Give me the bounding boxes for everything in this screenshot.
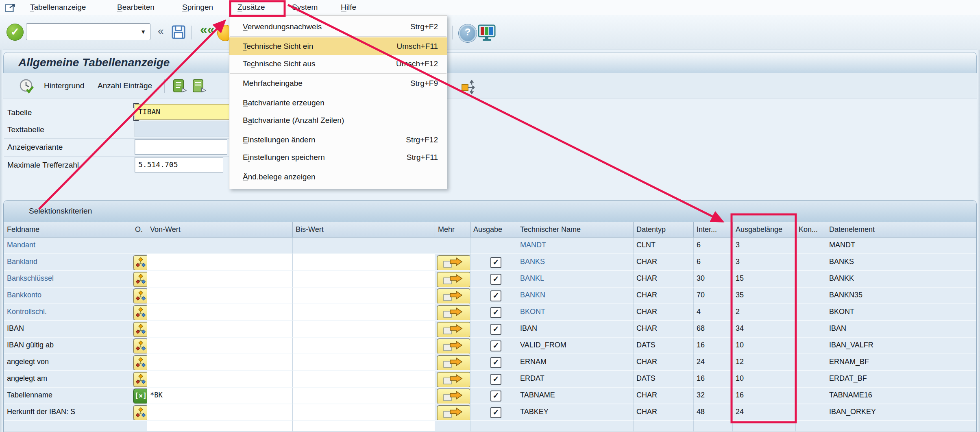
cell-von-wert[interactable] — [147, 304, 293, 321]
help-icon[interactable]: ? — [459, 24, 477, 42]
selection-options-icon[interactable] — [133, 406, 147, 420]
cell-option[interactable] — [132, 354, 147, 371]
hintergrund-button[interactable]: Hintergrund — [44, 73, 84, 98]
menu-item-mehrfacheingabe[interactable]: MehrfacheingabeStrg+F9 — [229, 74, 447, 92]
column-header-ausgabelänge[interactable]: Ausgabelänge — [733, 222, 796, 237]
cell-mehr[interactable] — [435, 271, 470, 288]
cell-ausgabe[interactable]: ✓ — [470, 304, 517, 321]
column-header-ausgabe[interactable]: Ausgabe — [470, 222, 517, 237]
column-header-von-wert[interactable]: Von-Wert — [147, 222, 293, 237]
ausgabe-checkbox[interactable]: ✓ — [490, 340, 501, 351]
menu-item-einstellungen-speichern[interactable]: Einstellungen speichernStrg+F11 — [229, 148, 447, 166]
mehr-button[interactable] — [437, 339, 470, 354]
ausgabe-checkbox[interactable]: ✓ — [490, 274, 501, 285]
cell-mehr[interactable] — [435, 404, 470, 421]
command-field[interactable]: ▼ — [26, 23, 150, 40]
cell-option[interactable] — [132, 288, 147, 304]
cell-bis-wert[interactable] — [293, 388, 435, 404]
selection-options-icon[interactable] — [133, 289, 147, 303]
control-menu-icon[interactable] — [5, 3, 16, 12]
cell-bis-wert[interactable] — [293, 421, 435, 432]
cell-bis-wert[interactable] — [293, 338, 435, 354]
cell-option[interactable] — [132, 321, 147, 338]
menu-item-technische-sicht-ein[interactable]: Technische Sicht einUmsch+F11 — [229, 37, 447, 55]
cell-mehr[interactable] — [435, 354, 470, 371]
selection-active-icon[interactable]: [×] — [133, 389, 147, 404]
column-header-kon-[interactable]: Kon... — [796, 222, 826, 237]
mehr-button[interactable] — [437, 372, 470, 387]
column-header-datentyp[interactable]: Datentyp — [634, 222, 694, 237]
select-all-icon[interactable] — [172, 79, 188, 94]
cell-mehr[interactable] — [435, 371, 470, 388]
ausgabe-checkbox[interactable]: ✓ — [490, 307, 501, 318]
cell-ausgabe[interactable]: ✓ — [470, 404, 517, 421]
cell-mehr[interactable] — [435, 288, 470, 304]
column-header-technischer-name[interactable]: Technischer Name — [517, 222, 634, 237]
menubar-item-zus-tze[interactable]: Zusätze — [237, 0, 265, 15]
menu-item-änd-belege-anzeigen[interactable]: Änd.belege anzeigen — [229, 168, 447, 185]
chevron-down-icon[interactable]: ▼ — [140, 28, 146, 35]
ausgabe-checkbox[interactable]: ✓ — [490, 407, 501, 418]
cell-mehr[interactable] — [435, 338, 470, 354]
cell-von-wert[interactable] — [147, 421, 293, 432]
cell-ausgabe[interactable]: ✓ — [470, 254, 517, 271]
field-selection-icon[interactable] — [460, 79, 478, 94]
selection-options-icon[interactable] — [133, 272, 147, 287]
cell-option[interactable] — [132, 404, 147, 421]
deselect-all-icon[interactable] — [192, 79, 207, 94]
cell-von-wert[interactable] — [147, 254, 293, 271]
selection-options-icon[interactable] — [133, 305, 147, 320]
mehr-button[interactable] — [437, 389, 470, 404]
menubar-item-springen[interactable]: Springen — [182, 0, 213, 15]
ausgabe-checkbox[interactable]: ✓ — [490, 257, 501, 268]
enter-icon[interactable]: ✓ — [7, 24, 24, 41]
menu-item-einstellungen-ändern[interactable]: Einstellungen ändernStrg+F12 — [229, 131, 447, 148]
mehr-button[interactable] — [437, 356, 470, 371]
ausgabe-checkbox[interactable]: ✓ — [490, 374, 501, 385]
mehr-button[interactable] — [437, 272, 470, 287]
column-header-bis-wert[interactable]: Bis-Wert — [293, 222, 435, 237]
mehr-button[interactable] — [437, 305, 470, 321]
ausgabe-checkbox[interactable]: ✓ — [490, 290, 501, 301]
cell-von-wert[interactable] — [147, 321, 293, 338]
cell-ausgabe[interactable]: ✓ — [470, 321, 517, 338]
cell-bis-wert[interactable] — [293, 371, 435, 388]
cell-option[interactable]: [×] — [132, 388, 147, 404]
execute-icon[interactable] — [19, 78, 35, 94]
selection-options-icon[interactable] — [133, 322, 147, 337]
ausgabe-checkbox[interactable]: ✓ — [490, 357, 501, 368]
selection-options-icon[interactable] — [133, 339, 147, 353]
cell-von-wert[interactable] — [147, 288, 293, 304]
menu-item-verwendungsnachweis[interactable]: VerwendungsnachweisStrg+F2 — [229, 18, 447, 35]
cell-mehr[interactable] — [435, 388, 470, 404]
cell-bis-wert[interactable] — [293, 271, 435, 288]
menubar-item-tabellenanzeige[interactable]: Tabellenanzeige — [30, 0, 86, 15]
cell-von-wert[interactable] — [147, 338, 293, 354]
cell-ausgabe[interactable]: ✓ — [470, 371, 517, 388]
menu-item-technische-sicht-aus[interactable]: Technische Sicht ausUmsch+F12 — [229, 55, 447, 72]
menu-item-batchvariante-anzahl-zeilen-[interactable]: Batchvariante (Anzahl Zeilen) — [229, 111, 447, 129]
cell-ausgabe[interactable]: ✓ — [470, 338, 517, 354]
save-icon[interactable] — [171, 24, 186, 40]
cell-von-wert[interactable] — [147, 354, 293, 371]
mehr-button[interactable] — [437, 289, 470, 304]
anzeigevariante-input[interactable] — [135, 139, 227, 155]
cell-bis-wert[interactable] — [293, 321, 435, 338]
cell-mehr[interactable] — [435, 304, 470, 321]
cell-option[interactable] — [132, 304, 147, 321]
cell-option[interactable] — [132, 338, 147, 354]
cell-von-wert[interactable] — [147, 371, 293, 388]
ausgabe-checkbox[interactable]: ✓ — [490, 391, 501, 401]
maximale-trefferzahl-input[interactable]: 5.514.705 — [135, 157, 223, 172]
cell-option[interactable] — [132, 371, 147, 388]
mehr-button[interactable] — [437, 322, 470, 337]
customize-layout-icon[interactable] — [477, 24, 496, 41]
column-header-mehr[interactable]: Mehr — [435, 222, 470, 237]
cell-bis-wert[interactable] — [293, 354, 435, 371]
menubar-item-hilfe[interactable]: Hilfe — [341, 0, 356, 15]
cell-option[interactable] — [132, 271, 147, 288]
mehr-button[interactable] — [437, 406, 470, 421]
menubar-item-bearbeiten[interactable]: Bearbeiten — [117, 0, 155, 15]
column-header-inter-[interactable]: Inter... — [694, 222, 733, 237]
mehr-button[interactable] — [437, 255, 470, 271]
